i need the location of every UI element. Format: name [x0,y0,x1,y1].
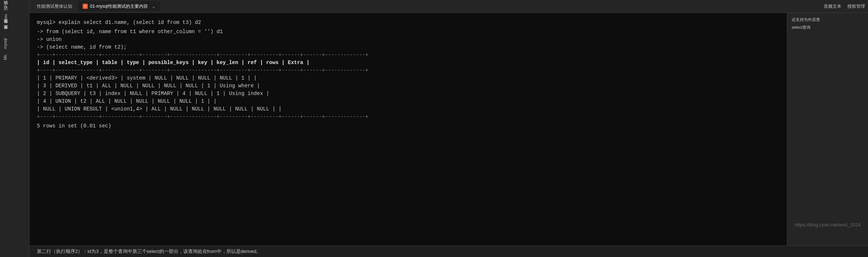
tab-close-icon[interactable]: ⌄ [152,3,156,9]
terminal-area[interactable]: mysql> explain select d1.name, (select i… [29,13,787,246]
table-header-row: | id | select_type | table | type | poss… [37,59,780,67]
tab-label-1: 性能测试整体认知 [37,3,72,10]
bottom-note: 第二行（执行顺序2）：id为3，是整个查询中第三个select的一部分，该查询处… [29,246,868,257]
main-content: 性能测试整体认知 ① 01-mysql性能测试的主要内容 ⌄ 音频文本 授权管理… [29,0,868,257]
sidebar-item-database2[interactable]: 数据库 [1,30,28,35]
breadcrumb-audio[interactable]: 音频文本 [824,3,841,10]
table-row: | 2 | SUBQUERY | t3 | index | NULL | PRI… [37,90,780,98]
result-summary: 5 rows in set (0.01 sec) [37,122,780,130]
right-panel-item-2[interactable]: select查询 [790,24,865,31]
breadcrumb-auth[interactable]: 授权管理 [847,3,865,10]
right-panel-item-1[interactable]: 还支持为外层查 [790,16,865,24]
tab-label-2: 01-mysql性能测试的主要内容 [90,3,148,10]
table-row: | 1 | PRIMARY | <derived3> | system | NU… [37,74,780,82]
tab-icon-2: ① [83,4,88,9]
table-sep-top: +----+--------------+------------+------… [37,51,780,59]
table-sep-header: +----+--------------+------------+------… [37,67,780,74]
sql-line-1: mysql> explain select d1.name, (select i… [37,19,780,27]
sql-line-2: -> from (select id, name from t1 where o… [37,28,780,36]
sidebar-item-database1[interactable]: 数据库 [1,24,28,29]
table-row: | NULL | UNION RESULT | <union1,4> | ALL… [37,105,780,113]
sidebar-item-training[interactable]: 训练Ji [1,3,28,10]
sidebar-item-mc[interactable]: Mc [1,52,28,62]
table-row: | 3 | DERIVED | t1 | ALL | NULL | NULL |… [37,82,780,90]
table-row: | 4 | UNION | t2 | ALL | NULL | NULL | N… [37,98,780,105]
sidebar-item-nxu[interactable]: nxu训 [1,12,28,23]
table-sep-bottom: +----+--------------+------------+------… [37,113,780,121]
tab-mysql-content[interactable]: ① 01-mysql性能测试的主要内容 ⌄ [78,1,160,11]
content-with-panels: mysql> explain select d1.name, (select i… [29,13,868,246]
sql-line-3: -> union [37,36,780,43]
page-container: 训练Ji nxu训 数据库 数据库 mysql Mc 性能测试整体认知 ① 01… [0,0,868,257]
watermark: https://blog.csdn.net/wxd_1024 [795,222,861,228]
right-panel: 还支持为外层查 select查询 [787,13,868,246]
left-sidebar: 训练Ji nxu训 数据库 数据库 mysql Mc [0,0,29,257]
sql-line-4: -> (select name, id from t2); [37,43,780,51]
tab-performance-overview[interactable]: 性能测试整体认知 [32,1,77,11]
tab-bar: 性能测试整体认知 ① 01-mysql性能测试的主要内容 ⌄ 音频文本 授权管理 [29,0,868,13]
sidebar-item-mysql[interactable]: mysql [1,36,28,51]
